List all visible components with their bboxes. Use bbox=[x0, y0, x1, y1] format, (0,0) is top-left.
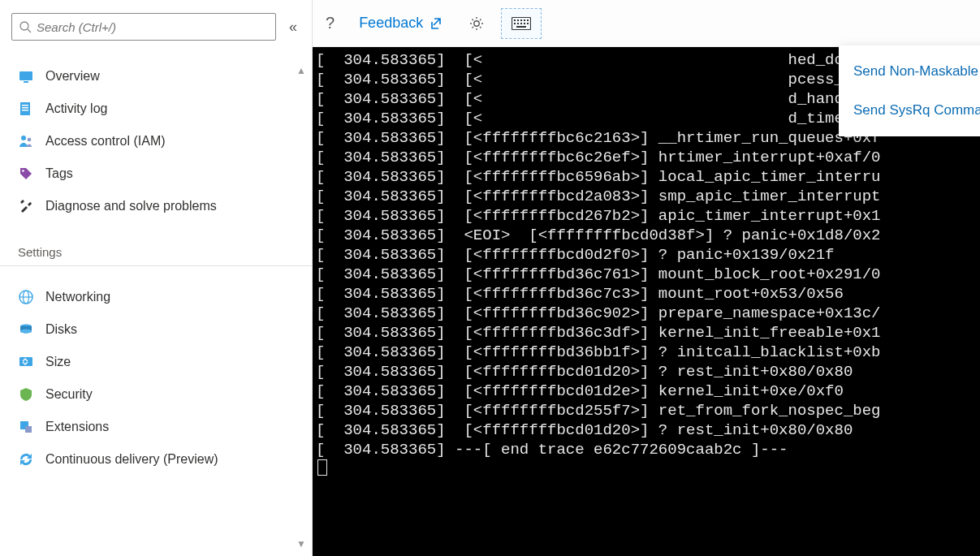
console-line: [ 304.583365] [<ffffffffbd36c3df>] kerne… bbox=[316, 323, 980, 343]
svg-rect-3 bbox=[24, 81, 28, 83]
svg-point-9 bbox=[28, 138, 32, 142]
svg-rect-23 bbox=[520, 19, 522, 21]
nav-item-label: Activity log bbox=[45, 101, 107, 116]
sidebar-item-overview[interactable]: Overview bbox=[11, 60, 300, 93]
svg-rect-22 bbox=[517, 19, 519, 21]
nav-item-label: Networking bbox=[45, 290, 110, 304]
nav-item-label: Diagnose and solve problems bbox=[45, 199, 217, 213]
console-line: [ 304.583365] ---[ end trace e62c772609c… bbox=[316, 440, 980, 459]
sidebar-settings-item-size[interactable]: Size bbox=[11, 346, 300, 378]
nav-item-label: Overview bbox=[45, 69, 100, 84]
console-line: [ 304.583365] [<ffffffffbc6c26ef>] hrtim… bbox=[316, 148, 980, 167]
sidebar-item-iam[interactable]: Access control (IAM) bbox=[11, 125, 300, 157]
console-line: [ 304.583365] [<ffffffffbcd01d20>] ? res… bbox=[316, 362, 980, 381]
svg-rect-21 bbox=[514, 19, 516, 21]
sidebar-item-tag[interactable]: Tags bbox=[11, 157, 300, 190]
svg-rect-26 bbox=[514, 23, 516, 24]
nav-item-label: Access control (IAM) bbox=[45, 134, 166, 149]
svg-rect-16 bbox=[19, 357, 32, 366]
console-line: [ 304.583365] [<ffffffffbc6596ab>] local… bbox=[316, 167, 980, 187]
console-line: [ 304.583365] [<ffffffffbcd255f7>] ret_f… bbox=[316, 401, 980, 420]
svg-rect-24 bbox=[524, 19, 525, 21]
console-line: [ 304.583365] [<ffffffffbcd2a083>] smp_a… bbox=[316, 187, 980, 206]
svg-rect-18 bbox=[25, 426, 32, 433]
console-line: [ 304.583365] [<ffffffffbd36c902>] prepa… bbox=[316, 304, 980, 323]
nav-item-label: Continuous delivery (Preview) bbox=[45, 452, 218, 467]
nav-item-label: Tags bbox=[45, 166, 73, 181]
svg-rect-4 bbox=[20, 102, 30, 115]
gear-icon bbox=[468, 15, 485, 32]
svg-rect-31 bbox=[516, 26, 526, 28]
sidebar-settings-item-extensions[interactable]: Extensions bbox=[11, 411, 300, 443]
cd-icon bbox=[18, 451, 34, 468]
sidebar-settings-item-network[interactable]: Networking bbox=[11, 281, 300, 313]
svg-rect-6 bbox=[22, 107, 28, 109]
svg-line-1 bbox=[28, 29, 31, 32]
extensions-icon bbox=[18, 419, 34, 435]
svg-rect-29 bbox=[524, 23, 525, 24]
console-line: [ 304.583365] [<ffffffffbd36c761>] mount… bbox=[316, 265, 980, 284]
size-icon bbox=[18, 354, 34, 370]
keyboard-icon bbox=[512, 17, 531, 30]
sidebar: « ▲ OverviewActivity logAccess control (… bbox=[0, 0, 313, 556]
sidebar-item-tools[interactable]: Diagnose and solve problems bbox=[11, 190, 300, 222]
svg-rect-7 bbox=[22, 110, 28, 111]
nav-item-label: Size bbox=[45, 355, 71, 369]
help-button[interactable]: ? bbox=[317, 7, 343, 39]
settings-section-label: Settings bbox=[0, 231, 312, 266]
console-line: [ 304.583365] [<ffffffffbcd01d2e>] kerne… bbox=[316, 381, 980, 401]
search-box[interactable] bbox=[11, 13, 276, 41]
svg-point-8 bbox=[21, 136, 26, 140]
svg-rect-27 bbox=[517, 23, 519, 24]
svg-rect-28 bbox=[520, 23, 522, 24]
console-line: [ 304.583365] [<ffffffffbd36bb1f>] ? ini… bbox=[316, 343, 980, 362]
nav-item-label: Disks bbox=[45, 322, 77, 337]
overview-icon bbox=[18, 68, 34, 84]
external-link-icon bbox=[430, 16, 444, 31]
nav-item-label: Extensions bbox=[45, 420, 109, 434]
cursor-icon bbox=[317, 459, 327, 476]
toolbar: ? Feedback bbox=[313, 0, 980, 47]
log-icon bbox=[18, 101, 34, 117]
search-icon bbox=[19, 20, 32, 33]
network-icon bbox=[18, 289, 34, 305]
svg-point-10 bbox=[22, 170, 24, 172]
console-line: [ 304.583365] [<ffffffffbcd267b2>] apic_… bbox=[316, 206, 980, 226]
sidebar-item-log[interactable]: Activity log bbox=[11, 93, 300, 125]
feedback-button[interactable]: Feedback bbox=[351, 8, 452, 38]
sidebar-settings-item-cd[interactable]: Continuous delivery (Preview) bbox=[11, 443, 300, 476]
scrollbar-down-icon[interactable]: ▼ bbox=[296, 538, 307, 550]
serial-console-commands-button[interactable] bbox=[501, 8, 542, 39]
svg-rect-2 bbox=[19, 71, 32, 80]
svg-point-19 bbox=[474, 20, 479, 25]
main-panel: ? Feedback [ 304.583365] [< hed_do_timer… bbox=[313, 0, 980, 556]
sidebar-settings-item-disks[interactable]: Disks bbox=[11, 313, 300, 346]
security-icon bbox=[18, 386, 34, 403]
console-line: [ 304.583365] <EOI> [<ffffffffbcd0d38f>]… bbox=[316, 226, 980, 245]
settings-button[interactable] bbox=[460, 9, 493, 38]
svg-rect-5 bbox=[22, 105, 28, 106]
feedback-label: Feedback bbox=[359, 15, 423, 32]
dropdown-item-nmi[interactable]: Send Non-Maskable Interrupt (NMI) bbox=[839, 52, 980, 91]
tag-icon bbox=[18, 166, 34, 182]
console-commands-dropdown: Send Non-Maskable Interrupt (NMI) Send S… bbox=[839, 45, 980, 136]
console-line: [ 304.583365] [<ffffffffbcd01d20>] ? res… bbox=[316, 420, 980, 440]
console-line: [ 304.583365] [<ffffffffbcd0d2f0>] ? pan… bbox=[316, 245, 980, 265]
console-line: [ 304.583365] [<ffffffffbd36c7c3>] mount… bbox=[316, 284, 980, 304]
svg-point-0 bbox=[20, 22, 28, 30]
search-input[interactable] bbox=[37, 20, 269, 34]
disks-icon bbox=[18, 321, 34, 338]
dropdown-item-sysrq[interactable]: Send SysRq Command bbox=[839, 91, 980, 130]
iam-icon bbox=[18, 133, 34, 149]
collapse-sidebar-button[interactable]: « bbox=[286, 15, 300, 39]
svg-rect-30 bbox=[527, 23, 529, 24]
svg-point-15 bbox=[20, 330, 32, 334]
nav-item-label: Security bbox=[45, 387, 93, 402]
sidebar-settings-item-security[interactable]: Security bbox=[11, 378, 300, 411]
tools-icon bbox=[18, 198, 34, 214]
svg-rect-25 bbox=[527, 19, 529, 21]
